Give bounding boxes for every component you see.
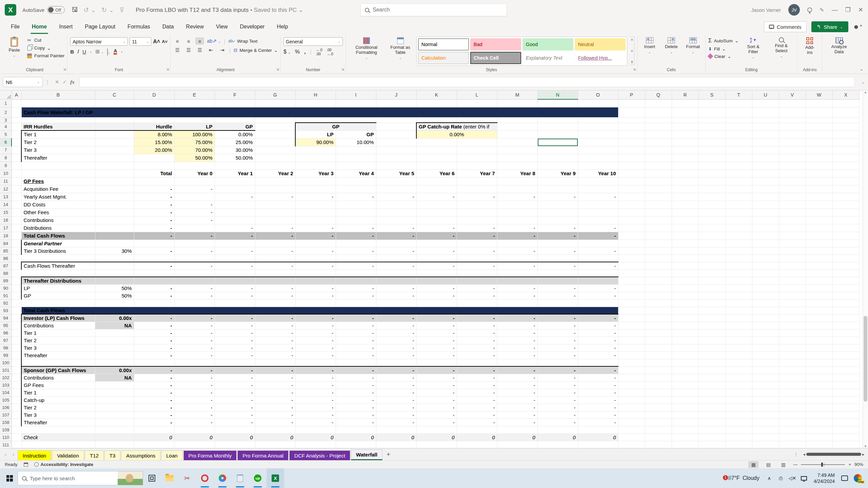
cell-C106[interactable]	[95, 404, 134, 411]
cell-B10[interactable]	[21, 169, 95, 177]
analyze-data-button[interactable]: Analyze Data	[825, 36, 853, 56]
cell-T12[interactable]	[725, 185, 752, 193]
cell-I103[interactable]: -	[336, 381, 376, 389]
cell-H15[interactable]	[295, 208, 336, 216]
cell-T91[interactable]	[725, 292, 752, 299]
cell-C94[interactable]: 0.00x	[95, 314, 134, 322]
cell-style-normal[interactable]: Normal	[418, 38, 469, 50]
cell-J110[interactable]: 0	[376, 433, 416, 441]
cell-B18[interactable]: Total Cash Flows	[21, 232, 95, 240]
cell-B87[interactable]: Cash Flows Thereafter	[21, 262, 95, 269]
cell-Q8[interactable]	[645, 154, 672, 162]
cell-K86[interactable]	[416, 255, 457, 262]
cell-H8[interactable]	[295, 154, 336, 162]
cell-V93[interactable]	[779, 307, 806, 314]
cell-V6[interactable]	[779, 138, 806, 146]
cell-E1[interactable]	[174, 99, 215, 107]
cell-B90[interactable]: LP	[21, 284, 95, 292]
cell-G107[interactable]: -	[255, 411, 295, 419]
cell-K16[interactable]	[416, 216, 457, 224]
cell-N84[interactable]	[537, 240, 578, 247]
cell-T94[interactable]	[725, 314, 752, 322]
cell-D17[interactable]: -	[134, 224, 174, 232]
cell-I84[interactable]	[336, 240, 376, 247]
cell-X107[interactable]	[832, 411, 859, 419]
cell-P96[interactable]	[618, 329, 645, 337]
cell-E4[interactable]: LP	[174, 123, 215, 130]
cell-F96[interactable]: -	[215, 329, 255, 337]
cell-V18[interactable]	[779, 232, 806, 240]
cell-R6[interactable]	[672, 138, 698, 146]
cell-K1[interactable]	[416, 99, 457, 107]
cell-P100[interactable]	[618, 359, 645, 366]
cell-F84[interactable]	[215, 240, 255, 247]
cell-E8[interactable]: 50.00%	[174, 154, 215, 162]
user-name[interactable]: Jason Varner	[751, 7, 781, 13]
cell-S102[interactable]	[698, 374, 725, 381]
cell-Q100[interactable]	[645, 359, 672, 366]
row-header-99[interactable]: 99	[0, 351, 12, 359]
sheet-tab-loan[interactable]: Loan	[161, 450, 182, 460]
cell-B88[interactable]	[21, 269, 95, 277]
cell-Q94[interactable]	[645, 314, 672, 322]
cell-H84[interactable]	[295, 240, 336, 247]
chrome-icon[interactable]	[214, 468, 231, 488]
cell-D96[interactable]: -	[134, 329, 174, 337]
cell-G3[interactable]	[255, 117, 295, 123]
cell-F107[interactable]: -	[215, 411, 255, 419]
cell-B106[interactable]: Tier 2	[21, 404, 95, 411]
cell-Q88[interactable]	[645, 269, 672, 277]
cell-J105[interactable]: -	[376, 396, 416, 404]
network-icon[interactable]	[799, 476, 809, 481]
cell-A2[interactable]	[12, 107, 21, 117]
cell-C92[interactable]	[95, 299, 134, 307]
cell-U4[interactable]	[752, 123, 779, 130]
cell-C100[interactable]	[95, 359, 134, 366]
cell-O97[interactable]: -	[578, 337, 618, 344]
cell-G97[interactable]: -	[255, 337, 295, 344]
cell-O85[interactable]: -	[578, 247, 618, 255]
cell-O7[interactable]	[578, 146, 618, 154]
cell-U98[interactable]	[752, 344, 779, 351]
cell-F97[interactable]: -	[215, 337, 255, 344]
cell-D105[interactable]: -	[134, 396, 174, 404]
cell-Q103[interactable]	[645, 381, 672, 389]
cell-X13[interactable]	[832, 193, 859, 201]
cell-O106[interactable]: -	[578, 404, 618, 411]
fill-color-button[interactable]: ⌄	[107, 49, 111, 55]
sheet-tab-t12[interactable]: T12	[85, 450, 104, 460]
cell-K8[interactable]	[416, 154, 457, 162]
cell-P102[interactable]	[618, 374, 645, 381]
delete-cells-button[interactable]: Delete⌄	[662, 36, 681, 55]
cell-M108[interactable]: -	[497, 419, 537, 426]
cell-U109[interactable]	[752, 426, 779, 433]
cell-N12[interactable]	[537, 185, 578, 193]
cell-A101[interactable]	[12, 366, 21, 374]
cell-R12[interactable]	[672, 185, 698, 193]
cell-P99[interactable]	[618, 351, 645, 359]
cell-G10[interactable]: Year 2	[255, 169, 295, 177]
cell-W85[interactable]	[806, 247, 832, 255]
cell-H17[interactable]: -	[295, 224, 336, 232]
cell-L95[interactable]: -	[457, 322, 497, 329]
cell-O107[interactable]: -	[578, 411, 618, 419]
cell-L88[interactable]	[457, 269, 497, 277]
cell-F88[interactable]	[215, 269, 255, 277]
cell-style-followed-hyp-[interactable]: Followed Hyp...	[575, 52, 626, 64]
cell-J15[interactable]	[376, 208, 416, 216]
cell-L104[interactable]: -	[457, 389, 497, 396]
cell-Q2[interactable]	[645, 107, 672, 117]
cell-K110[interactable]: 0	[416, 433, 457, 441]
cell-T105[interactable]	[725, 396, 752, 404]
cell-R97[interactable]	[672, 337, 698, 344]
cell-B96[interactable]: Tier 1	[21, 329, 95, 337]
sheet-tab-instruction[interactable]: Instruction	[18, 450, 51, 460]
cell-W91[interactable]	[806, 292, 832, 299]
cell-W90[interactable]	[806, 284, 832, 292]
cell-W110[interactable]	[806, 433, 832, 441]
cell-I17[interactable]: -	[336, 224, 376, 232]
cell-W16[interactable]	[806, 216, 832, 224]
cell-P107[interactable]	[618, 411, 645, 419]
cell-N103[interactable]: -	[537, 381, 578, 389]
cell-P10[interactable]	[618, 169, 645, 177]
